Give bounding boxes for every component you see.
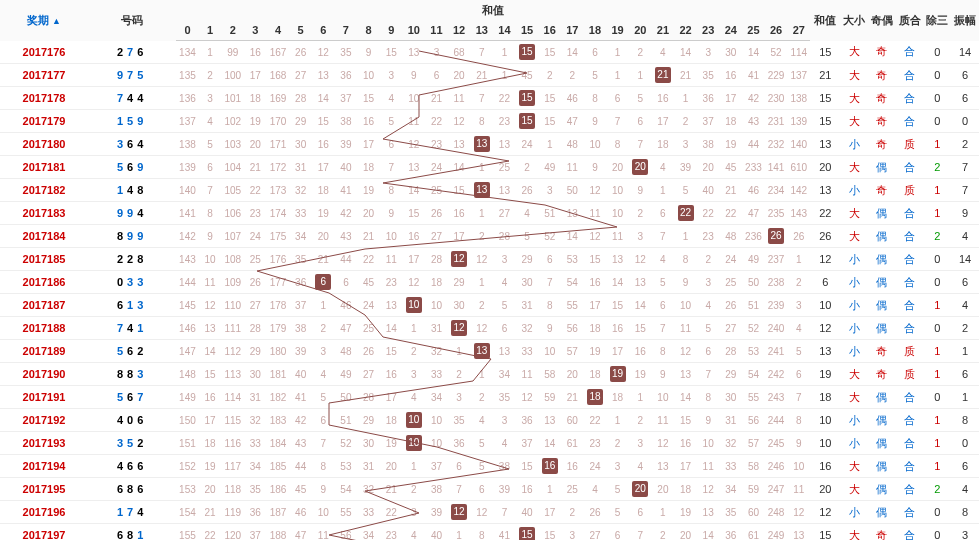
sum-cell-14: 13 (493, 133, 516, 156)
number-cell: 569 (88, 156, 176, 179)
sum-cell-19: 11 (606, 225, 629, 248)
primecomp-value: 质 (896, 363, 924, 386)
sum-cell-7: 50 (335, 386, 358, 409)
sum-value: 22 (810, 202, 840, 225)
period-cell: 2017182 (0, 179, 88, 202)
col-sum-19: 19 (606, 20, 629, 41)
sum-cell-21: 12 (652, 432, 675, 455)
sum-cell-19: 19 (606, 363, 629, 386)
sum-cell-17: 20 (561, 363, 584, 386)
sum-cell-15: 24 (516, 133, 539, 156)
bigsmall-value: 小 (840, 294, 868, 317)
col-primecomp[interactable]: 质合 (896, 0, 924, 41)
mod3-value: 1 (923, 432, 951, 455)
table-row: 2017186033144111092617736664523121829143… (0, 271, 979, 294)
col-amp[interactable]: 振幅 (951, 0, 979, 41)
sum-cell-15: 5 (516, 225, 539, 248)
sum-cell-16: 2 (538, 64, 561, 87)
amp-value: 6 (951, 64, 979, 87)
col-number[interactable]: 号码 (88, 0, 176, 41)
sum-cell-20: 14 (629, 294, 652, 317)
sum-cell-13: 13 (470, 133, 493, 156)
sum-cell-22: 17 (674, 455, 697, 478)
sum-cell-22: 3 (674, 133, 697, 156)
sum-cell-10: 2 (403, 340, 426, 363)
mod3-value: 1 (923, 133, 951, 156)
sum-cell-13: 8 (470, 110, 493, 133)
oddeven-value: 偶 (868, 501, 896, 524)
sum-cell-21: 13 (652, 455, 675, 478)
sum-cell-12: 14 (448, 156, 471, 179)
sum-cell-12: 11 (448, 87, 471, 110)
primecomp-value: 合 (896, 409, 924, 432)
oddeven-value: 奇 (868, 133, 896, 156)
sum-cell-23: 23 (697, 225, 720, 248)
hit-marker: 13 (474, 136, 490, 152)
mod3-value: 1 (923, 202, 951, 225)
period-cell: 2017191 (0, 386, 88, 409)
col-sum-14: 14 (493, 20, 516, 41)
col-bigsmall[interactable]: 大小 (840, 0, 868, 41)
sum-cell-16: 58 (538, 363, 561, 386)
sum-cell-5: 35 (289, 248, 312, 271)
period-cell: 2017183 (0, 202, 88, 225)
sum-cell-9: 9 (380, 202, 403, 225)
sum-value: 12 (810, 248, 840, 271)
mod3-value: 2 (923, 156, 951, 179)
sum-cell-1: 18 (199, 432, 222, 455)
bigsmall-value: 大 (840, 110, 868, 133)
sum-cell-9: 16 (380, 363, 403, 386)
number-cell: 276 (88, 41, 176, 64)
sum-cell-16: 52 (538, 225, 561, 248)
bigsmall-value: 小 (840, 340, 868, 363)
sum-cell-16: 59 (538, 386, 561, 409)
sum-cell-9: 6 (380, 133, 403, 156)
sum-cell-2: 116 (221, 432, 244, 455)
sum-cell-15: 31 (516, 294, 539, 317)
sum-cell-11: 10 (425, 409, 448, 432)
sum-cell-11: 32 (425, 340, 448, 363)
sum-cell-21: 7 (652, 225, 675, 248)
col-oddeven[interactable]: 奇偶 (868, 0, 896, 41)
sum-cell-25: 58 (742, 455, 765, 478)
col-mod3[interactable]: 除三 (923, 0, 951, 41)
sum-cell-9: 22 (380, 501, 403, 524)
sum-cell-12: 7 (448, 478, 471, 501)
oddeven-value: 奇 (868, 340, 896, 363)
amp-value: 0 (951, 110, 979, 133)
sum-cell-26: 246 (765, 455, 788, 478)
sum-cell-15: 4 (516, 202, 539, 225)
table-header: 奖期 ▲ 号码 和值 和值 大小 奇偶 质合 除三 振幅 01234567891… (0, 0, 979, 41)
sum-cell-1: 10 (199, 248, 222, 271)
amp-value: 1 (951, 340, 979, 363)
sum-cell-9: 15 (380, 340, 403, 363)
sum-cell-18: 12 (584, 225, 607, 248)
sum-cell-10: 3 (403, 501, 426, 524)
sum-cell-12: 15 (448, 179, 471, 202)
amp-value: 2 (951, 133, 979, 156)
sum-cell-13: 12 (470, 501, 493, 524)
col-sum-1: 1 (199, 20, 222, 41)
oddeven-value: 偶 (868, 294, 896, 317)
sum-cell-9: 10 (380, 225, 403, 248)
sum-cell-5: 32 (289, 179, 312, 202)
hit-marker: 13 (474, 182, 490, 198)
sum-cell-13: 2 (470, 386, 493, 409)
sum-cell-0: 145 (176, 294, 199, 317)
sum-value: 19 (810, 363, 840, 386)
sum-cell-20: 15 (629, 317, 652, 340)
sum-cell-14: 34 (493, 363, 516, 386)
oddeven-value: 偶 (868, 271, 896, 294)
sum-cell-3: 26 (244, 271, 267, 294)
period-cell: 2017192 (0, 409, 88, 432)
number-cell: 352 (88, 432, 176, 455)
sum-cell-27: 6 (787, 363, 810, 386)
sum-cell-1: 7 (199, 179, 222, 202)
sum-cell-15: 15 (516, 41, 539, 64)
sum-cell-12: 12 (448, 110, 471, 133)
sum-cell-21: 4 (652, 41, 675, 64)
col-sum[interactable]: 和值 (810, 0, 840, 41)
col-period[interactable]: 奖期 ▲ (0, 0, 88, 41)
sum-cell-13: 2 (470, 225, 493, 248)
sum-cell-14: 39 (493, 478, 516, 501)
